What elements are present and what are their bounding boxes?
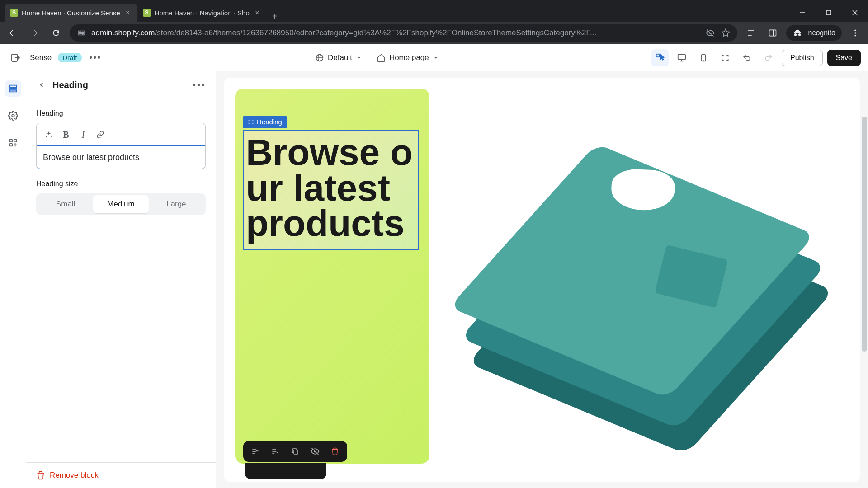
maximize-window-icon[interactable]	[816, 4, 842, 22]
delete-icon[interactable]	[329, 446, 341, 457]
canvas-scrollbar[interactable]	[862, 117, 867, 352]
exit-editor-icon[interactable]	[7, 50, 24, 66]
italic-icon[interactable]: I	[75, 127, 91, 142]
heading-size-segmented-control: Small Medium Large	[36, 193, 206, 215]
preview-canvas[interactable]: Heading Browse our latest products	[216, 71, 868, 488]
browser-tab[interactable]: S Home Haven · Navigation · Sho ×	[137, 4, 267, 22]
template-name: Default	[328, 53, 352, 62]
browser-tab-active[interactable]: S Home Haven · Customize Sense ×	[5, 4, 137, 22]
svg-rect-1	[826, 10, 831, 15]
svg-rect-28	[9, 88, 16, 89]
remove-block-label: Remove block	[50, 471, 99, 480]
size-large-button[interactable]: Large	[149, 195, 204, 213]
hero-section[interactable]: Heading Browse our latest products	[235, 89, 429, 464]
tab-title: Home Haven · Navigation · Sho	[155, 9, 250, 17]
close-tab-icon[interactable]: ×	[124, 9, 132, 17]
rich-text-editor: B I	[36, 123, 206, 169]
new-tab-button[interactable]: +	[267, 11, 283, 22]
desktop-view-icon[interactable]	[673, 49, 690, 66]
minimize-window-icon[interactable]	[789, 4, 816, 22]
svg-rect-22	[678, 54, 686, 59]
tshirt-stack-illustration	[451, 101, 828, 458]
hide-icon[interactable]	[309, 446, 321, 457]
bold-icon[interactable]: B	[58, 127, 74, 142]
move-down-icon[interactable]	[269, 446, 281, 457]
site-settings-icon[interactable]	[76, 28, 87, 38]
block-floating-toolbar	[243, 441, 347, 462]
chevron-down-icon	[433, 55, 439, 61]
selection-badge: Heading	[243, 116, 287, 128]
side-panel-icon[interactable]	[764, 25, 781, 41]
selected-heading-element[interactable]: Browse our latest products	[243, 130, 419, 250]
svg-rect-40	[294, 450, 298, 454]
undo-icon[interactable]	[738, 49, 755, 66]
template-dropdown[interactable]: Default	[315, 53, 362, 62]
settings-rail-icon[interactable]	[5, 108, 21, 124]
svg-rect-31	[9, 140, 12, 142]
size-medium-button[interactable]: Medium	[93, 195, 148, 213]
trash-icon	[36, 471, 45, 480]
eye-off-icon[interactable]	[705, 28, 716, 38]
reader-icon[interactable]	[743, 25, 759, 41]
svg-point-15	[854, 32, 856, 33]
inspector-icon[interactable]	[651, 49, 669, 66]
panel-more-icon[interactable]: •••	[192, 80, 207, 90]
reload-icon[interactable]	[48, 25, 64, 41]
editor-rail	[0, 71, 26, 488]
chevron-down-icon	[356, 55, 362, 61]
size-small-button[interactable]: Small	[38, 195, 93, 213]
ai-sparkle-icon[interactable]	[41, 127, 57, 142]
svg-rect-12	[769, 30, 776, 36]
browser-menu-icon[interactable]	[847, 25, 863, 41]
svg-point-30	[12, 114, 14, 117]
incognito-label: Incognito	[806, 29, 835, 37]
preview-frame: Heading Browse our latest products	[224, 78, 860, 482]
apps-rail-icon[interactable]	[5, 135, 21, 151]
forward-icon	[26, 25, 42, 41]
svg-rect-29	[9, 90, 16, 92]
block-settings-panel: Heading ••• Heading B I	[26, 71, 216, 488]
publish-button[interactable]: Publish	[782, 50, 822, 66]
mobile-view-icon[interactable]	[695, 49, 712, 66]
shopify-favicon-icon: S	[10, 9, 18, 17]
svg-point-7	[82, 34, 83, 35]
tab-title: Home Haven · Customize Sense	[22, 9, 120, 17]
move-up-icon[interactable]	[250, 446, 261, 457]
theme-name: Sense	[30, 53, 52, 62]
browser-address-bar: admin.shopify.com/store/de8143-a6/themes…	[0, 22, 868, 44]
heading-text-input[interactable]	[37, 146, 205, 169]
remove-block-button[interactable]: Remove block	[26, 462, 216, 488]
back-icon[interactable]	[5, 25, 21, 41]
close-window-icon[interactable]	[842, 4, 868, 22]
heading-field-label: Heading	[36, 109, 206, 117]
page-dropdown[interactable]: Home page	[377, 53, 439, 62]
more-menu-icon[interactable]: •••	[88, 51, 103, 65]
incognito-badge[interactable]: Incognito	[786, 25, 842, 41]
panel-title: Heading	[52, 80, 188, 90]
product-image-area	[429, 89, 849, 471]
star-icon[interactable]	[720, 28, 731, 38]
duplicate-icon[interactable]	[289, 446, 301, 457]
close-tab-icon[interactable]: ×	[253, 9, 261, 17]
expand-icon	[248, 119, 254, 125]
svg-marker-8	[722, 29, 730, 37]
floating-toolbar-extension	[245, 463, 326, 479]
back-icon[interactable]	[35, 79, 48, 91]
sections-rail-icon[interactable]	[5, 80, 21, 97]
svg-point-6	[80, 31, 80, 32]
link-icon[interactable]	[93, 127, 108, 142]
svg-rect-27	[9, 85, 16, 88]
theme-editor-topbar: Sense Draft ••• Default Home page	[0, 44, 868, 71]
home-icon	[377, 53, 386, 62]
save-button[interactable]: Save	[827, 50, 861, 66]
globe-icon	[315, 53, 324, 62]
url-text: admin.shopify.com/store/de8143-a6/themes…	[91, 28, 700, 38]
draft-badge: Draft	[58, 53, 82, 62]
redo-icon	[760, 49, 777, 66]
svg-rect-21	[656, 54, 659, 56]
page-name: Home page	[389, 53, 429, 62]
fullscreen-view-icon[interactable]	[717, 49, 734, 66]
url-input[interactable]: admin.shopify.com/store/de8143-a6/themes…	[70, 24, 737, 42]
shopify-favicon-icon: S	[143, 9, 151, 17]
svg-point-14	[854, 30, 856, 31]
